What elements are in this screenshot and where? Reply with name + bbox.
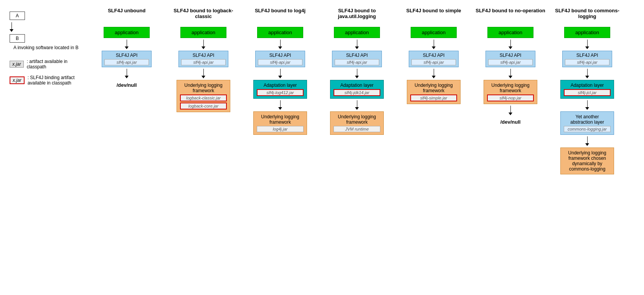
arrow-head bbox=[585, 76, 589, 78]
api-jar: slf4j-api.jar bbox=[488, 59, 533, 65]
api-jar: slf4j-api.jar bbox=[335, 59, 379, 65]
arrow-line bbox=[587, 136, 588, 143]
box-label: Adaptation layer bbox=[340, 83, 374, 88]
box-label: Underlying logging framework bbox=[338, 114, 376, 125]
arrow-head bbox=[125, 76, 129, 78]
column-col4: SLF4J bound to java.util.loggingapplicat… bbox=[319, 8, 395, 135]
jar-label: slf4j-jdk14.jar bbox=[334, 89, 380, 96]
arrow-col7-4 bbox=[585, 100, 589, 110]
arrow-col5-2 bbox=[432, 69, 436, 78]
col-title-col7: SLF4J bound to commons-logging bbox=[551, 8, 624, 23]
arrow-col1-0 bbox=[125, 40, 129, 49]
box-label: Adaptation layer bbox=[571, 83, 604, 88]
api-label: SLF4J API bbox=[346, 53, 368, 58]
box-label: Underlying logging framework bbox=[414, 83, 452, 93]
arrow-col7-2 bbox=[585, 69, 589, 78]
column-col5: SLF4J bound to simpleapplicationSLF4J AP… bbox=[395, 8, 472, 104]
arrow-line bbox=[510, 40, 511, 46]
column-col1: SLF4J unboundapplicationSLF4J APIslf4j-a… bbox=[88, 8, 165, 90]
box-label: Yet another abstraction layer bbox=[570, 114, 604, 125]
orange-box-col6-3: Underlying logging frameworkslf4j-nop.ja… bbox=[484, 80, 537, 104]
api-label: SLF4J API bbox=[500, 53, 522, 58]
arrow-head bbox=[509, 113, 512, 115]
jar-label: log4j.jar bbox=[257, 126, 304, 132]
jar-label: JVM runtime bbox=[334, 126, 380, 132]
box-label: Adaptation layer bbox=[264, 83, 297, 88]
legend-arrow bbox=[10, 22, 13, 32]
arrow-head bbox=[355, 76, 359, 78]
api-box-col5: SLF4J APIslf4j-api.jar bbox=[409, 51, 459, 67]
api-label: SLF4J API bbox=[193, 53, 215, 58]
arrow-col7-6 bbox=[585, 136, 589, 146]
arrow-col3-0 bbox=[278, 40, 282, 49]
arrow-line bbox=[510, 69, 511, 76]
col-title-col3: SLF4J bound to log4j bbox=[255, 8, 305, 23]
arrow-line bbox=[280, 40, 281, 46]
jar-label: logback-core.jar bbox=[180, 103, 227, 109]
api-jar: slf4j-api.jar bbox=[411, 59, 456, 65]
col-title-col5: SLF4J bound to simple bbox=[406, 8, 461, 23]
api-label: SLF4J API bbox=[423, 53, 445, 58]
api-jar: slf4j-api.jar bbox=[181, 59, 226, 65]
arrow-head bbox=[432, 76, 436, 78]
arrow-col6-0 bbox=[509, 40, 512, 49]
arrow-line bbox=[587, 100, 588, 107]
arrow-line bbox=[510, 106, 511, 113]
app-box-col1: application bbox=[104, 27, 150, 38]
arrow-col4-2 bbox=[355, 69, 359, 78]
arrow-head bbox=[585, 107, 589, 110]
app-box-col5: application bbox=[411, 27, 457, 38]
main-container: A B A invoking software located in B x.j… bbox=[0, 0, 644, 182]
api-label: SLF4J API bbox=[269, 53, 291, 58]
legend-arrow-head bbox=[10, 29, 13, 32]
legend-arrow-line bbox=[12, 22, 12, 29]
jar-label: logback-classic.jar bbox=[180, 94, 227, 101]
orange-box-col7-7: Underlying logging framework chosen dyna… bbox=[560, 148, 614, 174]
api-box-col4: SLF4J APIslf4j-api.jar bbox=[332, 51, 382, 67]
api-jar: slf4j-api.jar bbox=[258, 59, 302, 65]
legend-gray-jar: x.jar bbox=[10, 61, 24, 68]
jar-label: slf4j-nop.jar bbox=[487, 94, 534, 101]
arrow-head bbox=[509, 46, 512, 49]
box-label: Underlying logging framework bbox=[184, 83, 222, 93]
jar-label: slf4j-simple.jar bbox=[410, 94, 457, 101]
teal-box-col7-3: Adaptation layerslf4j-jcl.jar bbox=[560, 80, 614, 99]
app-box-col2: application bbox=[180, 27, 226, 38]
arrow-line bbox=[280, 100, 281, 107]
devnull-col6: /dev/null bbox=[500, 119, 521, 125]
column-col6: SLF4J bound to no-operationapplicationSL… bbox=[472, 8, 549, 127]
arrow-col1-2 bbox=[125, 69, 129, 78]
col-title-col1: SLF4J unbound bbox=[108, 8, 145, 23]
arrow-head bbox=[201, 76, 205, 78]
arrow-head bbox=[278, 76, 282, 78]
arrow-head bbox=[278, 46, 282, 49]
orange-box-col4-5: Underlying logging frameworkJVM runtime bbox=[330, 111, 384, 135]
legend-ab-diagram: A B A invoking software located in B bbox=[10, 12, 83, 50]
arrow-head bbox=[585, 46, 589, 49]
devnull-col1: /dev/null bbox=[117, 82, 137, 88]
legend-box-b: B bbox=[10, 34, 25, 43]
arrow-line bbox=[357, 69, 357, 76]
arrow-col2-0 bbox=[201, 40, 205, 49]
legend-red-jar: x.jar bbox=[10, 76, 25, 84]
api-jar: slf4j-api.jar bbox=[565, 59, 609, 65]
diagram-area: SLF4J unboundapplicationSLF4J APIslf4j-a… bbox=[88, 8, 640, 174]
teal-box-col3-3: Adaptation layerslf4j-log412.jar bbox=[253, 80, 307, 99]
arrow-line bbox=[127, 69, 127, 76]
orange-box-col5-3: Underlying logging frameworkslf4j-simple… bbox=[407, 80, 461, 104]
box-label: Underlying logging framework bbox=[261, 114, 299, 125]
arrow-line bbox=[587, 69, 588, 76]
legend-red-desc: : SLF4J binding artifact available in cl… bbox=[28, 75, 83, 86]
teal-box-col4-3: Adaptation layerslf4j-jdk14.jar bbox=[330, 80, 384, 99]
api-box-col6: SLF4J APIslf4j-api.jar bbox=[485, 51, 535, 67]
arrow-col2-2 bbox=[201, 69, 205, 78]
legend-box-a: A bbox=[10, 12, 25, 20]
api-box-col2: SLF4J APIslf4j-api.jar bbox=[178, 51, 228, 67]
jar-label: slf4j-jcl.jar bbox=[564, 89, 611, 96]
lightblue-box-col7-5: Yet another abstraction layercommons-log… bbox=[560, 111, 614, 135]
jar-label: commons-logging.jar bbox=[564, 126, 611, 132]
arrow-head bbox=[355, 46, 359, 49]
arrow-line bbox=[280, 69, 281, 76]
arrow-head bbox=[201, 46, 205, 49]
legend-red-row: x.jar : SLF4J binding artifact available… bbox=[10, 75, 83, 86]
